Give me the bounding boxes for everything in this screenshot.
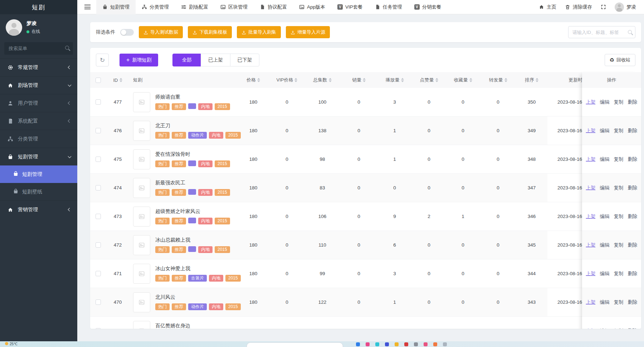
tab-unpublished[interactable]: 已下架	[230, 54, 260, 66]
tab-distribution-package[interactable]: V分销套餐	[408, 0, 448, 14]
drama-search-input[interactable]	[568, 26, 635, 38]
recycle-bin-button[interactable]: ♻回收站	[605, 54, 635, 66]
action-publish-link[interactable]: 上架	[586, 128, 596, 134]
action-copy-link[interactable]: 复制	[614, 99, 624, 105]
action-publish-link[interactable]: 上架	[586, 299, 596, 306]
sort-icon[interactable]	[536, 78, 538, 82]
row-checkbox[interactable]	[96, 271, 101, 276]
menu-toggle-icon[interactable]	[84, 5, 91, 9]
sidebar-subitem-drama-wallpaper[interactable]: 短剧壁纸	[0, 183, 77, 200]
sidebar-item-marketing[interactable]: 营销管理	[0, 200, 77, 218]
row-checkbox[interactable]	[96, 214, 101, 219]
row-checkbox[interactable]	[96, 299, 101, 305]
action-copy-link[interactable]: 复制	[614, 128, 624, 134]
action-copy-link[interactable]: 复制	[614, 299, 624, 306]
action-delete-link[interactable]: 删除	[628, 242, 638, 248]
sort-icon[interactable]	[329, 78, 332, 82]
sort-icon[interactable]	[469, 78, 472, 82]
import-test-data-button[interactable]: 导入测试数据	[139, 26, 183, 38]
action-delete-link[interactable]: 删除	[628, 185, 638, 191]
action-delete-link[interactable]: 删除	[628, 328, 638, 329]
sidebar-item-general[interactable]: 常规管理	[0, 58, 77, 76]
action-edit-link[interactable]: 编辑	[600, 213, 610, 220]
add-drama-button[interactable]: +新增短剧	[119, 54, 158, 66]
sidebar-subitem-drama-management[interactable]: 短剧管理	[0, 165, 77, 183]
sort-icon[interactable]	[401, 78, 404, 82]
refresh-button[interactable]: ↻	[96, 54, 109, 66]
sort-icon[interactable]	[435, 78, 438, 82]
action-copy-link[interactable]: 复制	[614, 328, 624, 329]
action-copy-link[interactable]: 复制	[614, 242, 624, 248]
row-checkbox[interactable]	[96, 157, 101, 162]
home-link[interactable]: 主页	[539, 4, 556, 10]
sort-icon[interactable]	[257, 78, 260, 82]
sort-icon[interactable]	[504, 78, 507, 82]
download-episode-template-button[interactable]: 下载剧集模板	[188, 26, 232, 38]
fullscreen-button[interactable]	[601, 4, 606, 10]
sort-icon[interactable]	[294, 78, 297, 82]
tab-category-management[interactable]: 分类管理	[136, 0, 175, 14]
tab-agreement-config[interactable]: 协议配置	[254, 0, 293, 14]
tab-app-version[interactable]: App版本	[293, 0, 331, 14]
action-edit-link[interactable]: 编辑	[600, 185, 610, 191]
action-publish-link[interactable]: 上架	[586, 185, 596, 191]
taskbar-app-icon[interactable]	[385, 342, 389, 346]
action-delete-link[interactable]: 删除	[628, 213, 638, 220]
sidebar-item-theater[interactable]: 剧场管理	[0, 76, 77, 94]
row-checkbox[interactable]	[96, 328, 101, 329]
action-delete-link[interactable]: 删除	[628, 128, 638, 134]
clear-cache-link[interactable]: 清除缓存	[565, 4, 592, 10]
action-copy-link[interactable]: 复制	[614, 156, 624, 163]
action-edit-link[interactable]: 编辑	[600, 299, 610, 306]
action-publish-link[interactable]: 上架	[586, 328, 596, 329]
sidebar-item-categories[interactable]: 分类管理	[0, 130, 77, 148]
action-edit-link[interactable]: 编辑	[600, 99, 610, 105]
taskbar-app-icon[interactable]	[443, 342, 447, 346]
action-copy-link[interactable]: 复制	[614, 213, 624, 220]
taskbar-app-icon[interactable]	[356, 342, 360, 346]
action-delete-link[interactable]: 删除	[628, 99, 638, 105]
select-all-checkbox[interactable]	[96, 78, 101, 83]
tab-drama-management[interactable]: 短剧管理	[96, 0, 136, 14]
sidebar-item-dramas[interactable]: 短剧管理	[0, 148, 77, 165]
action-delete-link[interactable]: 删除	[628, 271, 638, 277]
sidebar-item-users[interactable]: 用户管理	[0, 94, 77, 112]
weather-widget[interactable]: 25℃	[5, 341, 18, 346]
taskbar-app-icon[interactable]	[414, 342, 418, 346]
row-checkbox[interactable]	[96, 99, 101, 105]
tab-vip-package[interactable]: VVIP套餐	[331, 0, 369, 14]
sidebar-item-system-config[interactable]: 系统配置	[0, 112, 77, 130]
user-menu[interactable]: 梦凌	[615, 3, 636, 12]
action-publish-link[interactable]: 上架	[586, 99, 596, 105]
sort-icon[interactable]	[119, 78, 122, 82]
action-edit-link[interactable]: 编辑	[600, 128, 610, 134]
taskbar-app-icon[interactable]	[424, 342, 428, 346]
taskbar-app-icon[interactable]	[433, 342, 437, 346]
incremental-import-source-button[interactable]: 增量导入片源	[286, 26, 330, 38]
tab-published[interactable]: 已上架	[201, 54, 230, 66]
filter-toggle[interactable]	[120, 29, 134, 36]
taskbar-app-icon[interactable]	[366, 342, 370, 346]
tab-theater-config[interactable]: 剧场配置	[175, 0, 214, 14]
action-edit-link[interactable]: 编辑	[600, 242, 610, 248]
action-copy-link[interactable]: 复制	[614, 185, 624, 191]
action-publish-link[interactable]: 上架	[586, 271, 596, 277]
action-delete-link[interactable]: 删除	[628, 156, 638, 163]
row-checkbox[interactable]	[96, 185, 101, 190]
action-delete-link[interactable]: 删除	[628, 299, 638, 306]
tab-block-management[interactable]: 区块管理	[214, 0, 254, 14]
tab-all[interactable]: 全部	[172, 54, 201, 66]
taskbar-app-icon[interactable]	[375, 342, 379, 346]
row-checkbox[interactable]	[96, 128, 101, 133]
action-publish-link[interactable]: 上架	[586, 242, 596, 248]
batch-import-episodes-button[interactable]: 批量导入剧集	[237, 26, 281, 38]
taskbar-app-icon[interactable]	[404, 342, 408, 346]
action-copy-link[interactable]: 复制	[614, 271, 624, 277]
sort-icon[interactable]	[363, 78, 366, 82]
action-edit-link[interactable]: 编辑	[600, 328, 610, 329]
menu-search-input[interactable]	[4, 42, 73, 55]
action-edit-link[interactable]: 编辑	[600, 156, 610, 163]
action-edit-link[interactable]: 编辑	[600, 271, 610, 277]
action-publish-link[interactable]: 上架	[586, 156, 596, 163]
taskbar-search-box[interactable]	[247, 342, 343, 347]
